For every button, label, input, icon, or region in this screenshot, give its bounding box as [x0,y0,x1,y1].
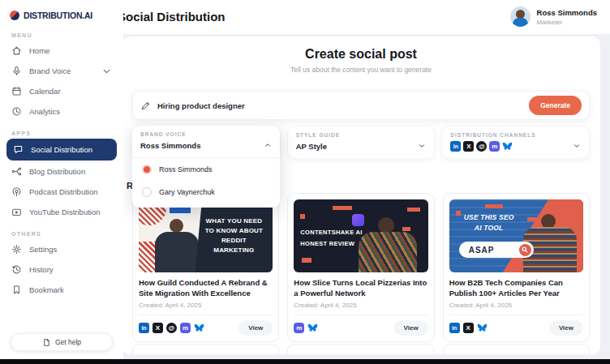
recent-posts-grid: WHAT YOU NEED TO KNOW ABOUT REDDIT MARKE… [132,193,590,342]
post-card-partial [132,344,279,354]
sidebar-item-social-distribution[interactable]: Social Distribution [6,139,117,161]
view-button[interactable]: View [394,320,428,336]
main-panel: Create social post Tell us about the con… [122,36,600,354]
post-thumbnail[interactable]: USE THIS SEO AI TOOL ASAP [449,199,583,272]
mastodon-icon [180,323,191,333]
bottom-bar [0,359,610,364]
thumbnail-text: CONTENTSHAKE AI HONEST REVIEW [300,227,375,251]
sidebar-item-label: Podcast Distribution [29,187,97,196]
red-bar-decoration [302,258,311,263]
gear-icon [11,244,22,255]
brand-voice-option-ross-simmonds[interactable]: Ross Simmonds [132,158,280,181]
sidebar-item-youtube-distribution[interactable]: YouTube Distribution [0,202,123,222]
user-name: Ross Simmonds [537,8,597,17]
sidebar-item-bookmark[interactable]: Bookmark [0,280,123,300]
sidebar-item-analytics[interactable]: Analytics [0,101,123,122]
bluesky-icon [477,323,488,333]
generate-button[interactable]: Generate [529,96,582,115]
logo-icon [10,11,19,20]
style-guide-label: STYLE GUIDE [296,132,427,138]
avatar [510,6,531,27]
brand-voice-dropdown-toggle[interactable]: BRAND VOICE Ross Simmonds [132,126,280,158]
x-icon [152,323,163,333]
post-created-date: Created: April 4, 2025 [139,302,273,309]
sidebar-item-calendar[interactable]: Calendar [0,81,123,101]
magnifier-icon [519,244,531,256]
person-body [155,232,199,272]
post-thumbnail[interactable]: CONTENTSHAKE AI HONEST REVIEW [294,199,427,272]
sidebar-item-podcast-distribution[interactable]: Podcast Distribution [0,182,123,202]
divider [139,315,273,315]
prompt-input[interactable] [157,101,529,110]
sidebar-item-settings[interactable]: Settings [0,239,123,259]
x-icon [463,141,474,152]
threads-icon [166,323,177,333]
post-footer: View [449,320,583,336]
post-card-partial [287,344,434,354]
brand-voice-dropdown: BRAND VOICE Ross Simmonds Ross Simmonds … [132,126,280,208]
post-card: CONTENTSHAKE AI HONEST REVIEW How Slice … [287,193,434,342]
post-card: USE THIS SEO AI TOOL ASAP How B2B Tech C… [443,193,590,342]
red-bar-decoration [300,214,305,219]
linkedin-icon [449,323,460,333]
divider [294,315,427,315]
post-title: How Slice Turns Local Pizzerias Into a P… [294,278,427,299]
help-doc-icon [42,338,51,347]
person-head [170,219,183,233]
thumbnail-text-panel: WHAT YOU NEED TO KNOW ABOUT REDDIT MARKE… [195,199,273,272]
post-footer: View [139,320,273,336]
podcast-icon [11,186,22,197]
user-menu[interactable]: Ross Simmonds Marketer [510,6,597,27]
microphone-icon [11,66,22,76]
sidebar-item-label: Analytics [29,107,60,116]
radio-unselected-icon [142,187,152,197]
logo[interactable]: DISTRIBUTION.AI [0,0,123,24]
divider [449,315,583,315]
sidebar-item-brand-voice[interactable]: Brand Voice [0,61,123,81]
x-icon [463,323,474,333]
style-guide-value: AP Style [296,142,427,151]
get-help-button[interactable]: Get help [11,333,113,351]
red-bar-decoration [333,206,352,210]
thumbnail-text: USE THIS SEO AI TOOL [461,212,518,233]
sidebar-item-label: Home [29,46,49,55]
red-bar-decoration [527,217,537,221]
branch-icon [11,166,22,177]
sidebar-item-home[interactable]: Home [0,41,123,61]
sidebar-item-history[interactable]: History [0,259,123,280]
chevron-down-icon [418,142,426,150]
brand-voice-label: BRAND VOICE [140,131,272,137]
bluesky-icon [502,141,513,152]
view-button[interactable]: View [238,320,273,336]
distribution-channels-select[interactable]: DISTRIBUTION CHANNELS [441,126,590,159]
page-title: Social Distribution [118,10,226,24]
post-thumbnail[interactable]: WHAT YOU NEED TO KNOW ABOUT REDDIT MARKE… [139,199,273,272]
apps-section-label: APPS [11,131,123,136]
post-footer: View [294,320,427,336]
chevron-up-icon [264,141,272,149]
app-logo-decoration [352,214,364,226]
user-role: Marketer [537,19,597,26]
sidebar-item-label: Blog Distribution [29,167,85,176]
linkedin-icon [139,323,149,333]
bluesky-icon [307,323,318,333]
sidebar-item-blog-distribution[interactable]: Blog Distribution [0,161,123,182]
option-label: Gary Vaynerchuk [159,188,215,196]
sidebar-item-label: History [29,265,54,274]
view-button[interactable]: View [549,320,583,336]
get-help-label: Get help [55,338,81,346]
post-created-date: Created: April 4, 2025 [449,302,583,309]
brand-voice-option-gary-vaynerchuk[interactable]: Gary Vaynerchuk [132,181,280,203]
channel-icons [450,141,581,152]
sidebar-item-label: Brand Voice [29,66,71,75]
sidebar-item-label: Bookmark [29,285,64,294]
radio-selected-icon [142,165,152,174]
bluesky-icon [194,323,204,333]
distribution-channels-label: DISTRIBUTION CHANNELS [450,132,581,138]
style-guide-select[interactable]: STYLE GUIDE AP Style [287,126,436,159]
analytics-icon [11,106,22,117]
chevron-down-icon [573,142,581,150]
bookmark-icon [11,285,22,295]
sidebar: DISTRIBUTION.AI MENU Home Brand Voice Ca… [0,0,123,359]
chevron-down-icon [101,66,112,76]
